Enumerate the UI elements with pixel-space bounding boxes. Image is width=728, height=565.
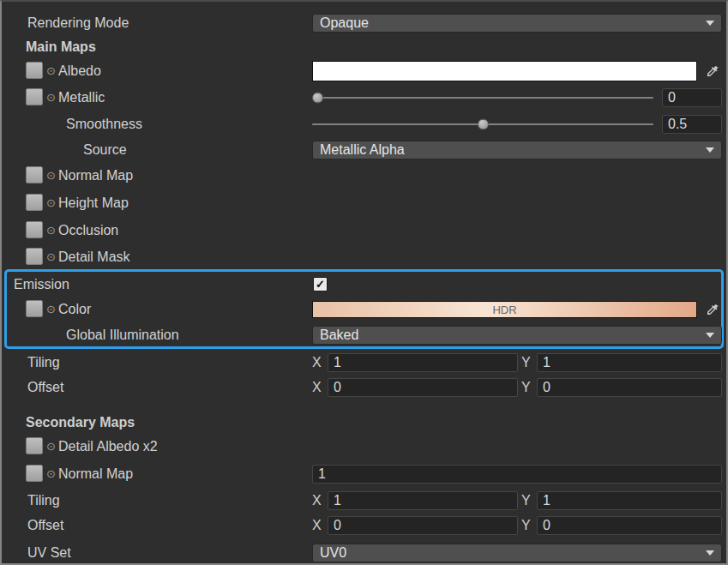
height-map-texture-slot[interactable] (26, 194, 43, 211)
tiling-y-field[interactable]: 1 (537, 353, 722, 372)
material-inspector: Rendering Mode Opaque Main Maps ⊙ Albedo… (0, 0, 728, 565)
uv-set-label: UV Set (27, 545, 71, 561)
offset-y-label: Y (521, 380, 531, 395)
metallic-slider[interactable] (312, 97, 653, 99)
row-emission-color: ⊙ Color HDR (2, 297, 726, 322)
chevron-down-icon (706, 550, 714, 556)
object-picker-icon[interactable]: ⊙ (46, 468, 56, 479)
source-value: Metallic Alpha (320, 142, 405, 157)
emission-color-swatch[interactable]: HDR (312, 301, 697, 318)
detail-mask-label: Detail Mask (58, 249, 130, 265)
row-secondary-maps-header: Secondary Maps (2, 410, 726, 436)
albedo-color-swatch[interactable] (312, 61, 697, 81)
eyedropper-icon (706, 64, 719, 78)
row-secondary-offset: Offset X 0 Y 0 (2, 513, 726, 538)
row-normal-map: ⊙ Normal Map (2, 163, 726, 189)
secondary-offset-y-field[interactable]: 0 (537, 516, 722, 535)
object-picker-icon[interactable]: ⊙ (46, 251, 56, 262)
secondary-tiling-y-field[interactable]: 1 (537, 491, 722, 510)
albedo-eyedropper-button[interactable] (705, 63, 720, 79)
object-picker-icon[interactable]: ⊙ (46, 92, 56, 103)
secondary-offset-x-label: X (312, 518, 322, 533)
secondary-tiling-x-field[interactable]: 1 (328, 491, 518, 510)
secondary-maps-header: Secondary Maps (26, 415, 135, 430)
tiling-x-field[interactable]: 1 (328, 353, 518, 372)
row-secondary-normal-map: ⊙ Normal Map 1 (2, 461, 726, 487)
object-picker-icon[interactable]: ⊙ (46, 304, 56, 315)
secondary-tiling-label: Tiling (27, 493, 60, 508)
tiling-label: Tiling (27, 355, 60, 370)
secondary-tiling-x-label: X (312, 493, 322, 508)
secondary-normal-map-label: Normal Map (58, 466, 133, 482)
row-emission: Emission ✓ (2, 272, 726, 298)
row-metallic: ⊙ Metallic 0 (2, 85, 726, 111)
row-detail-mask: ⊙ Detail Mask (2, 244, 726, 270)
metallic-label: Metallic (58, 90, 105, 105)
offset-x-label: X (312, 380, 322, 395)
checkmark-icon: ✓ (316, 278, 325, 291)
chevron-down-icon (706, 21, 714, 26)
rendering-mode-label: Rendering Mode (27, 15, 129, 31)
secondary-normal-map-texture-slot[interactable] (26, 465, 43, 482)
albedo-label: Albedo (58, 63, 101, 79)
emission-eyedropper-button[interactable] (705, 302, 720, 317)
detail-mask-texture-slot[interactable] (26, 248, 43, 265)
metallic-texture-slot[interactable] (26, 88, 43, 105)
smoothness-value-field[interactable]: 0.5 (662, 115, 722, 134)
uv-set-value: UV0 (320, 545, 346, 560)
secondary-normal-map-field[interactable]: 1 (312, 465, 722, 484)
smoothness-slider-handle[interactable] (478, 119, 489, 130)
offset-y-field[interactable]: 0 (537, 378, 722, 397)
object-picker-icon[interactable]: ⊙ (46, 225, 56, 236)
rendering-mode-dropdown[interactable]: Opaque (312, 14, 722, 33)
row-rendering-mode: Rendering Mode Opaque (2, 10, 726, 36)
chevron-down-icon (706, 333, 714, 338)
offset-label: Offset (27, 380, 63, 395)
object-picker-icon[interactable]: ⊙ (46, 441, 56, 452)
row-offset: Offset X 0 Y 0 (2, 375, 726, 400)
row-uv-set: UV Set UV0 (2, 540, 726, 565)
eyedropper-icon (706, 303, 719, 316)
occlusion-label: Occlusion (58, 223, 118, 238)
source-dropdown[interactable]: Metallic Alpha (312, 141, 722, 159)
uv-set-dropdown[interactable]: UV0 (312, 544, 722, 562)
emission-color-label: Color (58, 302, 91, 317)
height-map-label: Height Map (58, 195, 129, 211)
source-label: Source (83, 142, 127, 158)
hdr-badge: HDR (492, 304, 516, 316)
emission-texture-slot[interactable] (26, 300, 43, 317)
row-tiling: Tiling X 1 Y 1 (2, 350, 726, 376)
global-illumination-value: Baked (320, 328, 358, 342)
offset-x-field[interactable]: 0 (328, 378, 518, 397)
normal-map-label: Normal Map (58, 168, 133, 183)
rendering-mode-value: Opaque (320, 15, 369, 30)
object-picker-icon[interactable]: ⊙ (46, 170, 56, 181)
normal-map-texture-slot[interactable] (26, 166, 43, 183)
tiling-x-label: X (312, 355, 322, 370)
smoothness-slider[interactable] (312, 123, 653, 125)
object-picker-icon[interactable]: ⊙ (46, 65, 56, 76)
detail-albedo-label: Detail Albedo x2 (58, 439, 158, 454)
global-illumination-label: Global Illumination (66, 328, 179, 343)
global-illumination-dropdown[interactable]: Baked (312, 326, 722, 345)
secondary-offset-label: Offset (27, 518, 63, 533)
secondary-offset-y-label: Y (521, 518, 531, 533)
albedo-texture-slot[interactable] (26, 62, 43, 79)
row-detail-albedo: ⊙ Detail Albedo x2 (2, 434, 726, 460)
metallic-slider-handle[interactable] (312, 93, 323, 104)
row-secondary-tiling: Tiling X 1 Y 1 (2, 488, 726, 514)
row-height-map: ⊙ Height Map (2, 190, 726, 216)
row-smoothness: Smoothness 0.5 (2, 111, 726, 137)
row-albedo: ⊙ Albedo (2, 58, 726, 84)
main-maps-header: Main Maps (26, 39, 96, 55)
row-occlusion: ⊙ Occlusion (2, 218, 726, 243)
secondary-offset-x-field[interactable]: 0 (328, 516, 518, 535)
emission-checkbox[interactable]: ✓ (313, 277, 328, 292)
metallic-value-field[interactable]: 0 (662, 88, 722, 107)
occlusion-texture-slot[interactable] (26, 221, 43, 238)
row-main-maps-header: Main Maps (2, 34, 726, 60)
secondary-tiling-y-label: Y (521, 493, 531, 508)
object-picker-icon[interactable]: ⊙ (46, 197, 56, 208)
row-global-illumination: Global Illumination Baked (2, 322, 726, 348)
detail-albedo-texture-slot[interactable] (26, 437, 43, 454)
